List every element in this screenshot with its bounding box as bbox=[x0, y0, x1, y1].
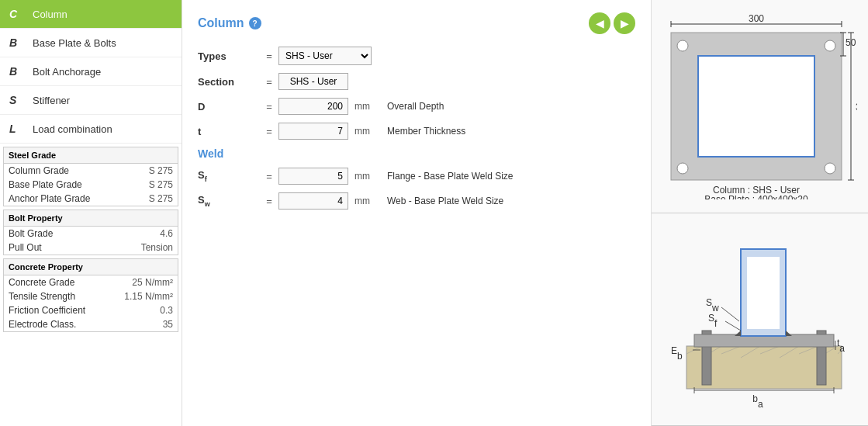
sf-label: Sf bbox=[198, 169, 260, 183]
svg-text:Eb: Eb bbox=[671, 345, 683, 362]
main-content: Column ? ◀ ▶ Types = SHS - User SHS CHS … bbox=[182, 0, 651, 426]
steel-grade-box: Steel Grade Column Grade S 275 Base Plat… bbox=[3, 147, 178, 206]
bottom-diagram-panel: Sw Sf Eb ta ba bbox=[652, 213, 868, 427]
bolt-grade-value: 4.6 bbox=[160, 228, 173, 239]
svg-line-39 bbox=[725, 321, 741, 331]
section-label: Section bbox=[198, 76, 260, 88]
baseplate-grade-label: Base Plate Grade bbox=[9, 179, 82, 190]
main-header: Column ? ◀ ▶ bbox=[198, 12, 635, 34]
section-row: Section = SHS - User bbox=[198, 73, 635, 90]
t-unit: mm bbox=[354, 126, 378, 137]
bolt-grade-row: Bolt Grade 4.6 bbox=[4, 227, 178, 241]
steel-grade-row-baseplate: Base Plate Grade S 275 bbox=[4, 178, 178, 192]
svg-line-37 bbox=[721, 307, 739, 321]
D-desc: Overall Depth bbox=[387, 101, 444, 112]
sidebar-letter-boltanchorage: B bbox=[9, 65, 25, 78]
svg-text:50: 50 bbox=[846, 37, 856, 48]
types-equals: = bbox=[260, 50, 278, 62]
D-unit: mm bbox=[354, 101, 378, 112]
bolt-property-box: Bolt Property Bolt Grade 4.6 Pull Out Te… bbox=[3, 210, 178, 255]
concrete-grade-label: Concrete Grade bbox=[9, 277, 74, 288]
column-grade-value: S 275 bbox=[149, 165, 173, 176]
svg-point-3 bbox=[825, 40, 835, 51]
types-select[interactable]: SHS - User SHS CHS RHS UB UC bbox=[278, 47, 372, 65]
t-input[interactable] bbox=[278, 123, 348, 140]
sf-input[interactable] bbox=[278, 168, 348, 185]
svg-text:Base Plate : 400x400x20: Base Plate : 400x400x20 bbox=[704, 194, 808, 199]
t-row: t = mm Member Thickness bbox=[198, 123, 635, 140]
friction-label: Friction Coefficient bbox=[9, 305, 85, 316]
t-desc: Member Thickness bbox=[387, 126, 465, 137]
sw-desc: Web - Base Plate Weld Size bbox=[387, 196, 503, 206]
svg-text:300: 300 bbox=[856, 102, 857, 113]
sidebar-item-baseplate[interactable]: B Base Plate & Bolts bbox=[0, 29, 182, 57]
baseplate-grade-value: S 275 bbox=[149, 179, 173, 190]
steel-grade-row-anchor: Anchor Plate Grade S 275 bbox=[4, 192, 178, 206]
top-diagram-svg: 300 300 50 Column : SHS - User Base Plat… bbox=[663, 13, 857, 199]
pull-out-row: Pull Out Tension bbox=[4, 241, 178, 255]
svg-rect-1 bbox=[698, 56, 814, 157]
sidebar-letter-loadcombination: L bbox=[9, 123, 25, 135]
sidebar-letter-column: C bbox=[9, 8, 25, 20]
friction-row: Friction Coefficient 0.3 bbox=[4, 303, 178, 317]
svg-text:Sf: Sf bbox=[708, 313, 718, 329]
sidebar-letter-stiffener: S bbox=[9, 94, 25, 106]
steel-grade-title: Steel Grade bbox=[4, 147, 178, 164]
tensile-strength-label: Tensile Strength bbox=[9, 291, 75, 302]
top-diagram-panel: 300 300 50 Column : SHS - User Base Plat… bbox=[652, 0, 868, 213]
right-panels: 300 300 50 Column : SHS - User Base Plat… bbox=[651, 0, 868, 426]
steel-grade-row-column: Column Grade S 275 bbox=[4, 164, 178, 178]
concrete-grade-value: 25 N/mm² bbox=[132, 277, 173, 288]
electrode-row: Electrode Class. 35 bbox=[4, 317, 178, 331]
sidebar-item-boltanchorage[interactable]: B Bolt Anchorage bbox=[0, 57, 182, 86]
page-title: Column bbox=[198, 16, 244, 30]
sf-row: Sf = mm Flange - Base Plate Weld Size bbox=[198, 168, 635, 185]
sidebar-label-column: Column bbox=[33, 9, 67, 20]
nav-prev-button[interactable]: ◀ bbox=[589, 12, 610, 34]
svg-rect-34 bbox=[747, 257, 780, 329]
types-label: Types bbox=[198, 50, 260, 62]
sidebar-letter-baseplate: B bbox=[9, 36, 25, 49]
svg-point-5 bbox=[825, 163, 835, 174]
section-value: SHS - User bbox=[278, 73, 348, 90]
sw-unit: mm bbox=[354, 196, 378, 206]
bottom-diagram-svg: Sw Sf Eb ta ba bbox=[663, 230, 857, 408]
help-icon[interactable]: ? bbox=[249, 17, 261, 29]
sidebar-label-baseplate: Base Plate & Bolts bbox=[33, 37, 116, 49]
tensile-strength-value: 1.15 N/mm² bbox=[124, 291, 173, 302]
svg-text:Sw: Sw bbox=[706, 297, 719, 313]
D-label: D bbox=[198, 101, 260, 113]
sw-input[interactable] bbox=[278, 192, 348, 210]
section-equals: = bbox=[260, 76, 278, 88]
sf-equals: = bbox=[260, 171, 278, 182]
nav-next-button[interactable]: ▶ bbox=[614, 12, 635, 34]
bolt-property-title: Bolt Property bbox=[4, 210, 178, 227]
column-grade-label: Column Grade bbox=[9, 165, 69, 176]
weld-section: Weld Sf = mm Flange - Base Plate Weld Si… bbox=[198, 147, 635, 210]
pull-out-label: Pull Out bbox=[9, 242, 42, 253]
sw-equals: = bbox=[260, 196, 278, 207]
tensile-strength-row: Tensile Strength 1.15 N/mm² bbox=[4, 289, 178, 303]
bolt-grade-label: Bolt Grade bbox=[9, 228, 53, 239]
sidebar-item-loadcombination[interactable]: L Load combination bbox=[0, 115, 182, 144]
D-row: D = mm Overall Depth bbox=[198, 98, 635, 115]
weld-title: Weld bbox=[198, 147, 635, 160]
D-input[interactable] bbox=[278, 98, 348, 115]
sidebar-item-column[interactable]: C Column bbox=[0, 0, 182, 29]
D-equals: = bbox=[260, 101, 278, 113]
electrode-value: 35 bbox=[163, 319, 173, 330]
sidebar-item-stiffener[interactable]: S Stiffener bbox=[0, 86, 182, 115]
nav-arrows: ◀ ▶ bbox=[589, 12, 635, 34]
electrode-label: Electrode Class. bbox=[9, 319, 76, 330]
concrete-property-box: Concrete Property Concrete Grade 25 N/mm… bbox=[3, 258, 178, 332]
sw-label: Sw bbox=[198, 194, 260, 208]
sf-unit: mm bbox=[354, 171, 378, 182]
svg-text:300: 300 bbox=[748, 13, 763, 24]
friction-value: 0.3 bbox=[160, 305, 173, 316]
svg-text:ba: ba bbox=[752, 393, 763, 408]
concrete-grade-row: Concrete Grade 25 N/mm² bbox=[4, 275, 178, 289]
sf-desc: Flange - Base Plate Weld Size bbox=[387, 171, 514, 182]
sidebar-label-boltanchorage: Bolt Anchorage bbox=[33, 66, 101, 78]
sw-row: Sw = mm Web - Base Plate Weld Size bbox=[198, 192, 635, 210]
anchor-grade-value: S 275 bbox=[149, 193, 173, 204]
